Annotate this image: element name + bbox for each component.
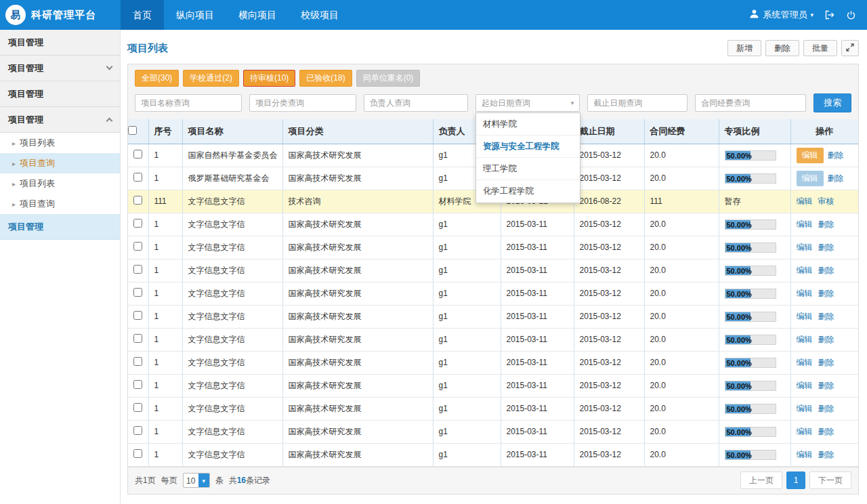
edit-action[interactable]: 编辑: [797, 171, 824, 186]
row-checkbox[interactable]: [133, 334, 142, 343]
prev-page-button[interactable]: 上一页: [740, 471, 782, 489]
dropdown-option-materials-college[interactable]: 材料学院: [476, 113, 580, 135]
dropdown-option-science-engineering-college[interactable]: 理工学院: [476, 158, 580, 180]
edit-action[interactable]: 编辑: [797, 335, 813, 344]
project-category-input[interactable]: [249, 94, 356, 112]
cell-project-name[interactable]: 文字信息文字信: [182, 328, 282, 351]
delete-action[interactable]: 删除: [818, 404, 834, 413]
per-page-select[interactable]: 10 ▾: [183, 473, 210, 488]
dropdown-option-chemical-engineering-college[interactable]: 化学工程学院: [476, 180, 580, 203]
sidebar-group-project-group-5[interactable]: 项目管理: [0, 214, 120, 240]
edit-action[interactable]: 编辑: [797, 381, 813, 390]
row-checkbox[interactable]: [133, 150, 142, 159]
review-action[interactable]: 审核: [818, 196, 834, 206]
cell-project-name[interactable]: 文字信息文字信: [182, 397, 282, 420]
sidebar-item-project-query-2[interactable]: ▸项目查询: [0, 194, 120, 214]
row-checkbox[interactable]: [133, 380, 142, 389]
row-checkbox[interactable]: [133, 311, 142, 320]
edit-action[interactable]: 编辑: [797, 404, 813, 413]
delete-action[interactable]: 删除: [818, 335, 834, 344]
sidebar-group-project-group-2[interactable]: 项目管理: [0, 56, 120, 81]
project-name-input[interactable]: [135, 94, 242, 112]
column-header-8: 操作: [790, 119, 858, 144]
cell-project-name[interactable]: 文字信息文字信: [182, 213, 282, 236]
cell-project-name[interactable]: 文字信息文字信: [182, 420, 282, 443]
delete-action[interactable]: 删除: [828, 150, 844, 160]
edit-action[interactable]: 编辑: [797, 427, 813, 436]
start-date-select[interactable]: 起始日期查询 ▾ 材料学院资源与安全工程学院理工学院化学工程学院: [475, 94, 580, 112]
edit-action[interactable]: 编辑: [797, 358, 813, 367]
owner-input[interactable]: [364, 94, 468, 112]
delete-action[interactable]: 删除: [818, 219, 834, 229]
delete-action[interactable]: 删除: [818, 427, 834, 436]
row-checkbox[interactable]: [133, 403, 142, 412]
logout-icon[interactable]: [824, 9, 835, 20]
nav-item-vertical-projects[interactable]: 纵向项目: [164, 0, 226, 30]
cell-project-name[interactable]: 俄罗斯基础研究基金会: [182, 167, 282, 190]
edit-action[interactable]: 编辑: [797, 289, 813, 298]
cell-project-name[interactable]: 文字信息文字信: [182, 236, 282, 259]
row-checkbox[interactable]: [133, 426, 142, 435]
power-icon[interactable]: [846, 10, 856, 20]
filter-tab-accepted[interactable]: 已验收(18): [299, 70, 352, 87]
cell-project-name[interactable]: 文字信息文字信: [182, 351, 282, 374]
row-checkbox[interactable]: [133, 265, 142, 274]
next-page-button[interactable]: 下一页: [809, 471, 851, 489]
batch-button[interactable]: 批量: [803, 40, 837, 56]
sidebar-group-project-group-4[interactable]: 项目管理: [0, 107, 120, 133]
cell-category: 国家高技术研究发展: [282, 443, 433, 466]
row-checkbox[interactable]: [133, 196, 142, 205]
delete-action[interactable]: 删除: [818, 450, 834, 459]
row-checkbox[interactable]: [133, 288, 142, 297]
edit-action[interactable]: 编辑: [797, 450, 813, 459]
edit-action[interactable]: 编辑: [797, 243, 813, 252]
filter-tab-pending-review[interactable]: 待审核(10): [243, 70, 295, 87]
cell-start-date: 2015-03-11: [501, 328, 574, 351]
nav-item-home[interactable]: 首页: [121, 0, 164, 30]
edit-action[interactable]: 编辑: [797, 312, 813, 321]
expand-button[interactable]: [841, 40, 859, 56]
end-date-input[interactable]: [587, 94, 688, 112]
delete-action[interactable]: 删除: [828, 173, 844, 183]
cell-project-name[interactable]: 文字信息文字信: [182, 443, 282, 466]
sidebar-item-project-query-1[interactable]: ▸项目查询: [0, 153, 120, 173]
filter-tab-school-approved[interactable]: 学校通过(2): [183, 70, 239, 87]
edit-action[interactable]: 编辑: [797, 196, 813, 206]
row-checkbox[interactable]: [133, 449, 142, 458]
cell-project-name[interactable]: 国家自然科学基金委员会: [182, 144, 282, 167]
edit-action[interactable]: 编辑: [797, 148, 824, 163]
cell-project-name[interactable]: 文字信息文字信: [182, 374, 282, 397]
sidebar-group-project-group-1[interactable]: 项目管理: [0, 30, 120, 56]
add-button[interactable]: 新增: [727, 40, 761, 56]
edit-action[interactable]: 编辑: [797, 266, 813, 275]
sidebar-item-project-list-2[interactable]: ▸项目列表: [0, 173, 120, 194]
user-menu[interactable]: 系统管理员 ▾: [749, 9, 813, 21]
delete-action[interactable]: 删除: [818, 381, 834, 390]
select-all-checkbox[interactable]: [128, 126, 137, 135]
delete-action[interactable]: 删除: [818, 358, 834, 367]
current-page-button[interactable]: 1: [786, 471, 805, 489]
filter-tab-all[interactable]: 全部(30): [135, 70, 179, 87]
fee-input[interactable]: [695, 94, 806, 112]
delete-button[interactable]: 删除: [765, 40, 799, 56]
row-checkbox[interactable]: [133, 357, 142, 366]
cell-project-name[interactable]: 文字信息文字信: [182, 282, 282, 305]
cell-project-name[interactable]: 文字信息文字信: [182, 259, 282, 282]
cell-project-name[interactable]: 文字信息文字信: [182, 305, 282, 328]
nav-item-school-projects[interactable]: 校级项目: [289, 0, 351, 30]
sidebar-item-project-list-1[interactable]: ▸项目列表: [0, 133, 120, 153]
delete-action[interactable]: 删除: [818, 243, 834, 252]
row-checkbox[interactable]: [133, 173, 142, 182]
delete-action[interactable]: 删除: [818, 289, 834, 298]
edit-action[interactable]: 编辑: [797, 219, 813, 229]
delete-action[interactable]: 删除: [818, 312, 834, 321]
sidebar-group-project-group-3[interactable]: 项目管理: [0, 81, 120, 107]
dropdown-option-resources-safety-college[interactable]: 资源与安全工程学院: [476, 135, 580, 158]
delete-action[interactable]: 删除: [818, 266, 834, 275]
nav-item-horizontal-projects[interactable]: 横向项目: [226, 0, 289, 30]
cell-project-name[interactable]: 文字信息文字信: [182, 190, 282, 213]
filter-tab-duplicate-name[interactable]: 同单位重名(0): [356, 70, 421, 87]
row-checkbox[interactable]: [133, 242, 142, 251]
row-checkbox[interactable]: [133, 219, 142, 228]
search-button[interactable]: 搜索: [813, 93, 851, 112]
